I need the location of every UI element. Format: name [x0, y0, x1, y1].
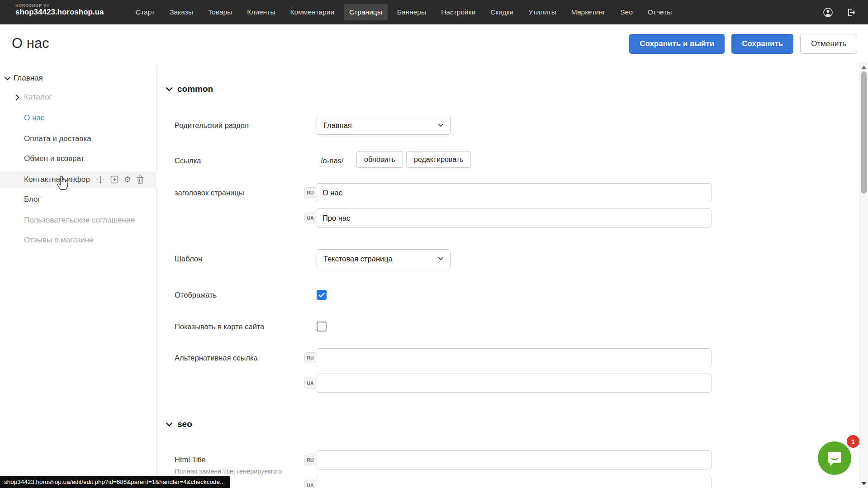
lang-ua-badge: UA: [304, 480, 316, 488]
html-title-label: Html Title: [175, 455, 206, 464]
link-refresh-button[interactable]: обновить: [356, 151, 403, 168]
scroll-down-arrow[interactable]: [862, 482, 866, 485]
sidebar-item-kontaktnaya[interactable]: Контактная инфор ⚙: [0, 171, 157, 188]
template-select[interactable]: Текстовая страница: [317, 249, 451, 268]
logout-icon[interactable]: [846, 7, 856, 18]
sitemap-checkbox[interactable]: [317, 322, 327, 332]
page-header: О нас Сохранить и выйти Сохранить Отмени…: [0, 24, 868, 63]
account-icon[interactable]: [823, 7, 833, 18]
sidebar-item-blog[interactable]: Блог: [0, 192, 157, 207]
chevron-right-icon[interactable]: [15, 95, 19, 100]
section-common-title: common: [177, 84, 213, 94]
page-title: О нас: [12, 35, 49, 52]
section-common-toggle[interactable]: common: [166, 84, 213, 94]
nav-item-marketing[interactable]: Маркетинг: [566, 4, 611, 20]
nav-item-pages[interactable]: Страницы: [344, 4, 388, 20]
vertical-scrollbar[interactable]: [859, 63, 868, 488]
sidebar-item-label: Обмен и возврат: [24, 154, 84, 163]
sidebar-item-soglashenie[interactable]: Пользовательское соглашение: [0, 213, 157, 228]
chevron-down-icon: [438, 257, 444, 261]
page-title-ua-input[interactable]: [317, 208, 711, 227]
sidebar-item-o-nas[interactable]: О нас: [0, 110, 157, 126]
sidebar-item-otzyvy[interactable]: Отзывы о магазине: [0, 232, 157, 248]
chevron-down-icon: [166, 87, 172, 91]
alt-link-label: Альтернативная ссылка: [175, 354, 258, 362]
lang-ru-badge: RU: [304, 455, 316, 465]
section-seo-title: seo: [177, 419, 192, 429]
scrollbar-thumb[interactable]: [861, 71, 867, 194]
sidebar-item-label: Отзывы о магазине: [24, 236, 94, 245]
chat-unread-badge: 1: [847, 435, 859, 448]
parent-section-value: Главная: [323, 121, 352, 130]
display-label: Отображать: [175, 291, 217, 299]
section-seo-toggle[interactable]: seo: [166, 419, 192, 429]
template-label: Шаблон: [175, 255, 202, 263]
nav-item-orders[interactable]: Заказы: [164, 4, 199, 20]
link-value: /o-nas/: [321, 156, 343, 165]
sidebar-item-label: Главная: [14, 74, 43, 83]
display-checkbox[interactable]: [317, 290, 327, 300]
sidebar-item-label: О нас: [24, 114, 44, 123]
nav-item-reports[interactable]: Отчеты: [642, 4, 678, 20]
nav-item-settings[interactable]: Настройки: [436, 4, 481, 20]
move-icon[interactable]: [96, 175, 105, 184]
html-title-ua-input[interactable]: [317, 476, 711, 488]
check-icon: [318, 293, 325, 298]
alt-link-ru-input[interactable]: [317, 348, 711, 367]
chat-widget-button[interactable]: [818, 441, 851, 475]
sidebar-item-oplata[interactable]: Оплата и доставка: [0, 131, 157, 147]
parent-section-select[interactable]: Главная: [317, 116, 451, 135]
sidebar-item-label: Контактная инфор: [24, 175, 90, 184]
nav-item-comments[interactable]: Комментарии: [285, 4, 340, 20]
nav-item-banners[interactable]: Баннеры: [392, 4, 432, 20]
html-title-ru-input[interactable]: [317, 450, 711, 469]
sidebar-item-label: Блог: [24, 195, 41, 204]
sidebar-item-glavnaya[interactable]: Главная: [0, 71, 157, 86]
chevron-down-icon[interactable]: [5, 76, 10, 81]
save-and-exit-button[interactable]: Сохранить и выйти: [629, 34, 725, 54]
chevron-down-icon: [166, 422, 172, 426]
top-navbar: HOROSHOP V4 shop34423.horoshop.ua Старт …: [0, 0, 868, 24]
sitemap-label: Показывать в карте сайта: [175, 322, 264, 331]
brand-domain: shop34423.horoshop.ua: [15, 8, 104, 17]
lang-ua-badge: UA: [304, 213, 316, 223]
main-menu: Старт Заказы Товары Клиенты Комментарии …: [130, 0, 677, 24]
sidebar-item-obmen[interactable]: Обмен и возврат: [0, 151, 157, 166]
status-url-tooltip: shop34423.horoshop.ua/edit/edit.php?id=6…: [0, 476, 230, 488]
parent-section-label: Родительский раздел: [175, 121, 249, 130]
save-button[interactable]: Сохранить: [731, 34, 793, 54]
page-edit-form: common Родительский раздел Главная Ссылк…: [157, 64, 859, 488]
cancel-button[interactable]: Отменить: [800, 34, 857, 54]
gear-icon[interactable]: ⚙: [124, 175, 131, 184]
add-page-icon[interactable]: [110, 175, 119, 184]
sidebar-item-katalog[interactable]: Каталог: [0, 90, 157, 105]
nav-item-utilities[interactable]: Утилиты: [523, 4, 562, 20]
sidebar-item-label: Пользовательское соглашение: [24, 216, 135, 225]
trash-icon[interactable]: [137, 175, 144, 184]
nav-item-seo[interactable]: Seo: [615, 4, 638, 20]
chevron-down-icon: [438, 123, 444, 127]
pages-tree-sidebar: Главная Каталог О нас Оплата и доставка …: [0, 64, 157, 488]
scroll-up-arrow[interactable]: [862, 66, 866, 69]
nav-item-products[interactable]: Товары: [203, 4, 237, 20]
html-title-hint: Полная замена title, генерируемого: [175, 468, 282, 475]
nav-item-clients[interactable]: Клиенты: [242, 4, 280, 20]
template-value: Текстовая страница: [323, 255, 393, 263]
brand-logo[interactable]: HOROSHOP V4 shop34423.horoshop.ua: [15, 4, 104, 17]
lang-ru-badge: RU: [304, 352, 316, 363]
link-edit-button[interactable]: редактировать: [406, 151, 471, 168]
lang-ua-badge: UA: [304, 378, 316, 389]
page-title-label: заголовок страницы: [175, 189, 244, 197]
alt-link-ua-input[interactable]: [317, 374, 711, 393]
chat-bubble-icon: [825, 449, 844, 468]
link-label: Ссылка: [175, 156, 201, 165]
sidebar-item-label: Каталог: [24, 93, 52, 102]
page-title-ru-input[interactable]: [317, 183, 711, 202]
lang-ru-badge: RU: [304, 187, 316, 198]
nav-item-start[interactable]: Старт: [130, 4, 160, 20]
nav-item-discounts[interactable]: Скидки: [485, 4, 519, 20]
sidebar-item-label: Оплата и доставка: [24, 134, 91, 143]
